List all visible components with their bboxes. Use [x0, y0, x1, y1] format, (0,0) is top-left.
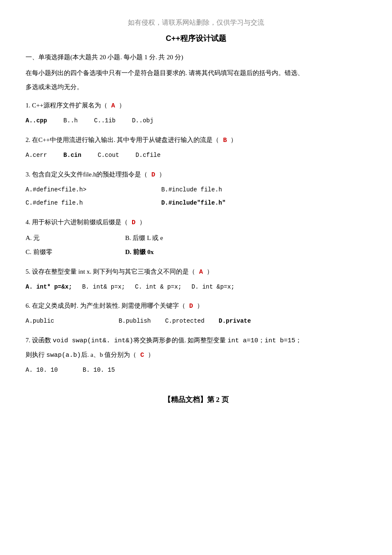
- q2-option-c: C.cout: [98, 149, 119, 162]
- q4-options-row1: A. 元 B. 后缀 L 或 e: [26, 231, 366, 245]
- q7-option-a: A. 10. 10: [26, 364, 58, 377]
- q4-option-a: A. 元: [26, 231, 111, 245]
- q7-call: swap(a.b): [46, 352, 81, 359]
- watermark-text: 如有侵权，请联系网站删除，仅供学习与交流: [26, 17, 366, 28]
- q3-options-row1: A.#define<file.h> B.#include file.h: [26, 183, 366, 197]
- question-7-line1: 7. 设函数 void swap(int&. int&)将交换两形参的值. 如两…: [26, 335, 366, 347]
- q3-option-d: D.#include"file.h": [161, 197, 225, 210]
- q6-options: A.public B.publish C.protected D.private: [26, 315, 366, 328]
- q2-options: A.cerr B.cin C.cout D.cfile: [26, 149, 366, 162]
- q3-option-a: A.#define<file.h>: [26, 183, 145, 197]
- q4-options-row2: C. 前缀零 D. 前缀 0x: [26, 245, 366, 259]
- q3-answer: D: [147, 171, 159, 179]
- q4-option-c: C. 前缀零: [26, 245, 111, 259]
- q6-option-c: C.protected: [165, 315, 204, 328]
- q7-option-b: B. 10. 15: [83, 364, 115, 377]
- q4-answer: D: [128, 219, 139, 226]
- question-3: 3. 包含自定义头文件file.h的预处理指令是（ D ）: [26, 169, 366, 181]
- footer-text: 【精品文档】第 2 页: [164, 396, 229, 404]
- q2-option-a: A.cerr: [26, 149, 47, 162]
- q6-option-b: B.publish: [118, 315, 151, 328]
- q3-option-c: C.#define file.h: [26, 197, 145, 210]
- q7-vars: int a=10；int b=15；: [228, 337, 302, 344]
- intro-line2-text: 多选或未选均无分。: [26, 81, 366, 93]
- question-4: 4. 用于标识十六进制前缀或后缀是（ D ）: [26, 217, 366, 228]
- question-1: 1. C++源程序文件扩展名为（ A ）: [26, 100, 366, 112]
- q4-option-b: B. 后缀 L 或 e: [125, 231, 163, 245]
- q2-answer: B: [219, 137, 231, 144]
- q1-options: A..cpp B..h C..1ib D..obj: [26, 114, 366, 127]
- q5-option-b: B. int& p=x;: [82, 280, 125, 294]
- q5-options: A. int* p=&x; B. int& p=x; C. int & p=x;…: [26, 280, 366, 294]
- q5-answer: A: [195, 269, 207, 276]
- q5-option-c: C. int & p=x;: [135, 280, 182, 294]
- question-6: 6. 在定义类成员时. 为产生封装性. 则需使用哪个关键字（ D ）: [26, 300, 366, 312]
- q3-option-b: B.#include file.h: [161, 183, 222, 197]
- q1-option-a: A..cpp: [26, 114, 47, 127]
- main-title: C++程序设计试题: [26, 32, 366, 45]
- q5-option-a: A. int* p=&x;: [26, 280, 72, 294]
- q2-option-d: D.cfile: [135, 149, 161, 162]
- q4-option-d: D. 前缀 0x: [125, 245, 154, 259]
- q3-options: A.#define<file.h> B.#include file.h C.#d…: [26, 183, 366, 210]
- q7-func: void swap(int&. int&): [53, 337, 133, 344]
- q1-option-d: D..obj: [132, 114, 153, 127]
- q2-option-b: B.cin: [63, 149, 81, 162]
- q1-option-b: B..h: [63, 114, 78, 127]
- footer: 【精品文档】第 2 页: [26, 394, 366, 405]
- q6-option-a: A.public: [26, 315, 102, 328]
- intro-line1-text: 在每小题列出的四个备选项中只有一个是符合题目要求的. 请将其代码填写在题后的括号…: [26, 67, 366, 79]
- q6-option-d: D.private: [219, 315, 251, 328]
- q4-options: A. 元 B. 后缀 L 或 e C. 前缀零 D. 前缀 0x: [26, 231, 366, 259]
- q3-options-row2: C.#define file.h D.#include"file.h": [26, 197, 366, 210]
- q1-answer: A: [107, 102, 119, 110]
- q7-answer: C: [136, 352, 148, 359]
- q6-answer: D: [185, 303, 197, 310]
- section-header: 一、单项选择题(本大题共 20 小题. 每小题 1 分. 共 20 分): [26, 52, 366, 62]
- question-5: 5. 设存在整型变量 int x. 则下列句与其它三项含义不同的是（ A ）: [26, 266, 366, 278]
- q1-option-c: C..1ib: [94, 114, 115, 127]
- q5-option-d: D. int &p=x;: [191, 280, 234, 294]
- question-7-line2: 则执行 swap(a.b)后. a、b 值分别为（ C ）: [26, 349, 366, 361]
- question-2: 2. 在C++中使用流进行输入输出. 其中专用于从键盘进行输入的流是（ B ）: [26, 134, 366, 146]
- q7-options: A. 10. 10 B. 10. 15: [26, 364, 366, 377]
